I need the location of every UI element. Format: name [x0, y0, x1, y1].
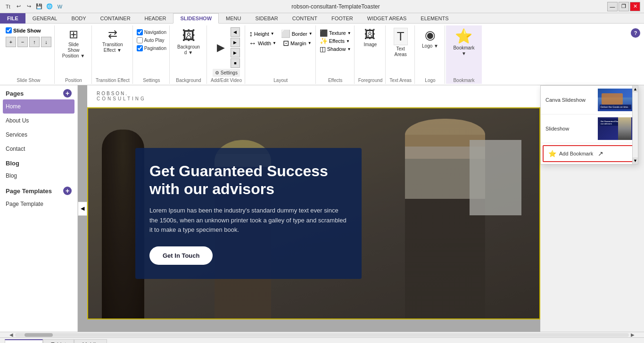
video-play-btn[interactable]: ▶: [231, 38, 240, 47]
tab-footer[interactable]: FOOTER: [324, 13, 360, 24]
sidebar-item-services[interactable]: Services: [0, 128, 77, 142]
tab-content[interactable]: CONTENT: [285, 13, 324, 24]
bookmark-item-slideshow[interactable]: Slideshow Get Guaranteed Success with ou…: [541, 114, 638, 143]
sidebar-item-page-template[interactable]: Page Template: [0, 197, 77, 211]
slideshow-remove-btn[interactable]: −: [17, 37, 28, 47]
bookmark-icon: ⭐: [455, 28, 472, 44]
add-page-button[interactable]: +: [63, 89, 72, 98]
tab-mobile[interactable]: Mobile: [74, 339, 107, 343]
canvas-wrapper: ROBSON. CONSULTING: [87, 85, 540, 319]
ribbon-group-layout: ↕ Height ▼ ⬜ Border ▼ ↔ Width ▼ ⊡: [246, 25, 316, 84]
background-button[interactable]: 🖼 Background ▼: [173, 25, 204, 58]
tab-header[interactable]: HEADER: [138, 13, 173, 24]
margin-label: Margin: [290, 41, 306, 46]
video-next-btn[interactable]: ▶: [231, 48, 240, 57]
position-label: Slide ShowPosition ▼: [62, 42, 85, 59]
scroll-right-btn[interactable]: ▶: [629, 332, 636, 337]
image-button[interactable]: 🖼 Image: [360, 25, 380, 50]
shadow-icon: ◫: [320, 45, 326, 53]
bookmark-item-canva[interactable]: Canva Slideshow Deliver the Goods on tim…: [541, 86, 638, 114]
save-icon[interactable]: 💾: [35, 2, 43, 11]
scroll-up-btn[interactable]: ▲: [633, 86, 638, 92]
navigation-checkbox[interactable]: [137, 29, 143, 35]
tab-elements[interactable]: ELEMENTS: [413, 13, 455, 24]
auto-play-checkbox[interactable]: [137, 37, 143, 43]
ribbon-group-slideshow: Slide Show + − ↑ ↓ Slide Show: [3, 25, 55, 84]
transition-icon: ⇄: [108, 28, 117, 41]
bookmark-slideshow-label: Slideshow: [545, 126, 569, 131]
tab-container[interactable]: CONTAINER: [93, 13, 138, 24]
tab-desktop[interactable]: Desktop: [5, 339, 43, 343]
help-icon[interactable]: ?: [631, 28, 640, 38]
ribbon-group-video: ▶ ◀ ▶ ▶ ■ ⚙ Settings Add/Edit Video: [208, 25, 245, 84]
navigation-label: Navigation: [144, 30, 166, 35]
settings-btn[interactable]: ⚙ Settings: [213, 69, 240, 77]
bookmark-label: Bookmark ▼: [452, 45, 476, 57]
transition-button[interactable]: ⇄ TransitionEffect ▼: [99, 25, 126, 56]
slideshow-checkbox[interactable]: [6, 27, 12, 33]
ribbon-group-bookmark: ⭐ Bookmark ▼ Bookmark: [446, 25, 482, 84]
blog-section-header: Blog: [0, 156, 77, 169]
auto-play-checkbox-label[interactable]: Auto Play: [137, 37, 166, 43]
add-video-button[interactable]: ▶: [213, 40, 230, 56]
slideshow-up-btn[interactable]: ↑: [29, 37, 40, 47]
video-icon: ▶: [217, 41, 225, 54]
collapse-panel-button[interactable]: ◀: [78, 202, 87, 216]
border-label: Border: [292, 31, 307, 37]
ribbon-group-logo: ◉ Logo ▼ Logo: [416, 25, 445, 84]
scroll-left-btn[interactable]: ◀: [8, 332, 15, 337]
scroll-track[interactable]: [15, 333, 629, 337]
scroll-down-btn[interactable]: ▼: [633, 157, 638, 164]
tab-slideshow[interactable]: SLIDESHOW: [173, 13, 219, 24]
auto-play-label: Auto Play: [144, 38, 165, 43]
internet-icon[interactable]: 🌐: [45, 2, 54, 11]
tab-general[interactable]: GENERAL: [25, 13, 65, 24]
redo-icon[interactable]: ↪: [25, 2, 33, 11]
hero-title: Get Guaranteed Success with our advisors: [149, 162, 347, 198]
transition-group-label: Transition Effect: [96, 78, 130, 84]
video-prev-btn[interactable]: ◀: [231, 27, 240, 37]
slideshow-add-btn[interactable]: +: [6, 37, 16, 47]
tab-file[interactable]: FILE: [0, 13, 25, 24]
icon-tt: Tt: [4, 2, 12, 11]
site-logo: ROBSON. CONSULTING: [97, 91, 146, 101]
scroll-thumb: [25, 333, 53, 337]
slideshow-checkbox-row[interactable]: Slide Show: [6, 27, 51, 33]
height-label: Height: [254, 31, 269, 37]
sidebar-item-contact[interactable]: Contact: [0, 142, 77, 156]
star-icon: ⭐: [548, 150, 556, 157]
undo-icon[interactable]: ↩: [14, 2, 23, 11]
tab-sidebar[interactable]: SIDEBAR: [248, 13, 285, 24]
bookmark-canva-label: Canva Slideshow: [545, 97, 586, 103]
ribbon: FILE GENERAL BODY CONTAINER HEADER SLIDE…: [0, 13, 644, 85]
text-areas-icon: T: [394, 28, 408, 45]
close-button[interactable]: ✕: [630, 2, 640, 11]
sidebar: Pages + Home About Us Services Contact B…: [0, 85, 78, 332]
logo-button[interactable]: ◉ Logo ▼: [419, 25, 442, 51]
hero-cta-button[interactable]: Get In Touch: [149, 246, 213, 265]
pagination-checkbox[interactable]: [137, 45, 143, 51]
sidebar-item-about-us[interactable]: About Us: [0, 114, 77, 128]
tab-widget-areas[interactable]: WIDGET AREAS: [360, 13, 414, 24]
add-bookmark-button[interactable]: ⭐ Add Bookmark ↗: [543, 145, 636, 162]
tab-tablet[interactable]: Tablet: [43, 339, 74, 343]
ribbon-group-effects: ⬛ Texture ▼ ✨ Effects ▼ ◫ Shadow ▼: [317, 25, 355, 84]
pagination-checkbox-label[interactable]: Pagination: [137, 45, 166, 51]
sidebar-item-blog[interactable]: Blog: [0, 169, 77, 183]
add-template-button[interactable]: +: [63, 187, 72, 195]
ribbon-group-position: ⊞ Slide ShowPosition ▼ Position: [56, 25, 92, 84]
sidebar-item-home[interactable]: Home: [3, 99, 74, 114]
text-areas-label: TextAreas: [395, 46, 407, 57]
minimize-button[interactable]: —: [607, 2, 618, 11]
position-button[interactable]: ⊞ Slide ShowPosition ▼: [58, 25, 89, 61]
status-bar: Desktop Tablet Mobile: [0, 337, 644, 343]
slideshow-down-btn[interactable]: ↓: [41, 37, 51, 47]
tab-body[interactable]: BODY: [64, 13, 93, 24]
bookmark-button[interactable]: ⭐ Bookmark ▼: [449, 25, 479, 59]
text-areas-button[interactable]: T TextAreas: [390, 25, 411, 60]
navigation-checkbox-label[interactable]: Navigation: [137, 29, 166, 35]
video-stop-btn[interactable]: ■: [231, 58, 240, 68]
tab-menu[interactable]: MENU: [219, 13, 248, 24]
wordpress-icon[interactable]: W: [56, 2, 64, 11]
restore-button[interactable]: ❐: [619, 2, 629, 11]
